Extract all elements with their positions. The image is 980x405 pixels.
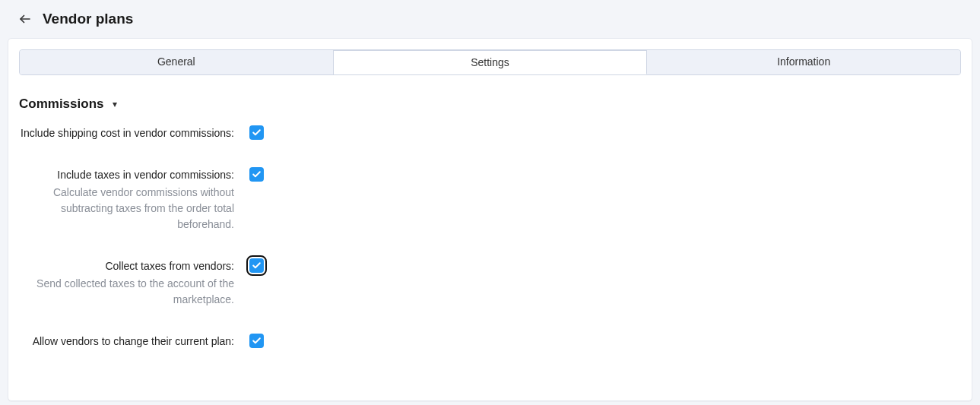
tabs: General Settings Information <box>19 49 961 75</box>
tab-settings[interactable]: Settings <box>334 50 648 74</box>
tab-general[interactable]: General <box>20 50 334 74</box>
page-title: Vendor plans <box>43 11 133 27</box>
chevron-down-icon: ▾ <box>113 99 117 109</box>
row-include-shipping: Include shipping cost in vendor commissi… <box>19 125 961 141</box>
checkbox-include-taxes[interactable] <box>249 167 264 182</box>
row-collect-taxes: Collect taxes from vendors: Send collect… <box>19 258 961 308</box>
help-collect-taxes: Send collected taxes to the account of t… <box>19 276 234 308</box>
label-include-taxes: Include taxes in vendor commissions: <box>19 167 234 183</box>
checkbox-include-shipping[interactable] <box>249 125 264 140</box>
section-title: Commissions <box>19 97 103 112</box>
page-header: Vendor plans <box>0 0 980 38</box>
checkbox-allow-change-plan[interactable] <box>249 334 264 348</box>
section-commissions-toggle[interactable]: Commissions ▾ <box>8 75 972 115</box>
help-include-taxes: Calculate vendor commissions without sub… <box>19 185 234 233</box>
row-allow-change-plan: Allow vendors to change their current pl… <box>19 334 961 350</box>
label-allow-change-plan: Allow vendors to change their current pl… <box>19 334 234 350</box>
label-include-shipping: Include shipping cost in vendor commissi… <box>19 125 234 141</box>
back-arrow-icon[interactable] <box>18 12 32 26</box>
tab-information[interactable]: Information <box>647 50 960 74</box>
row-include-taxes: Include taxes in vendor commissions: Cal… <box>19 167 961 233</box>
panel: General Settings Information Commissions… <box>8 38 972 401</box>
checkbox-collect-taxes[interactable] <box>249 258 264 273</box>
label-collect-taxes: Collect taxes from vendors: <box>19 258 234 274</box>
form-rows: Include shipping cost in vendor commissi… <box>8 115 972 350</box>
